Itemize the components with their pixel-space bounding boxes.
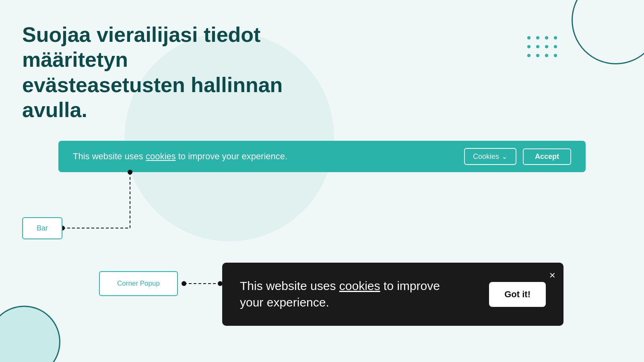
corner-popup-label-box[interactable]: Corner Popup [99,271,178,296]
chevron-down-icon: ⌄ [502,152,508,161]
close-button[interactable]: × [549,270,555,280]
cookie-bar-link[interactable]: cookies [146,151,176,161]
dark-popup-link[interactable]: cookies [339,279,380,292]
cookie-bar-buttons: Cookies ⌄ Accept [464,148,571,165]
bg-circle-bottomleft [0,306,60,362]
cookie-bar: This website uses cookies to improve you… [58,141,586,172]
cookies-dropdown-button[interactable]: Cookies ⌄ [464,148,516,165]
dark-popup: This website uses cookies to improve you… [222,263,564,326]
bg-circle-topright [572,0,644,64]
svg-point-4 [182,281,186,286]
main-heading: Suojaa vierailijasi tiedot määritetyn ev… [22,22,328,123]
dots-grid [527,36,559,60]
cookie-bar-text: This website uses cookies to improve you… [73,151,287,162]
accept-button[interactable]: Accept [523,148,571,165]
bar-label-box[interactable]: Bar [22,217,62,239]
dark-popup-text: This website uses cookies to improve you… [240,278,457,311]
got-it-button[interactable]: Got it! [489,282,546,307]
